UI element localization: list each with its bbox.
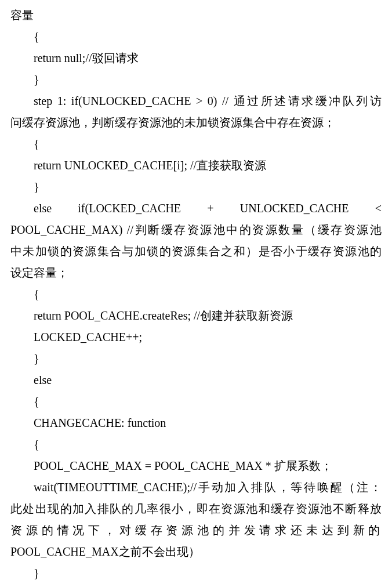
code-text: if(LOCKED_CACHE <box>78 202 181 215</box>
brace: { <box>10 133 382 155</box>
brace: } <box>10 563 382 580</box>
text-line: 中未加锁的资源集合与加锁的资源集合之和）是否小于缓存资源池的 <box>10 241 382 262</box>
text-line: 资源的情况下，对缓存资源池的并发请求还未达到新的 <box>10 520 382 541</box>
brace: } <box>10 176 382 198</box>
keyword-else: else <box>34 202 52 215</box>
comment-text: 通过所述请求缓冲队列访 <box>234 95 382 107</box>
brace: } <box>10 348 382 369</box>
comment-text: 驳回请求 <box>92 52 139 64</box>
code-text: wait(TIMEOUTTIME_CACHE);// <box>34 481 197 494</box>
code-text: POOL_CACHE_MAX) // <box>10 223 133 236</box>
operator: < <box>375 202 382 215</box>
code-line: else if(LOCKED_CACHE + UNLOCKED_CACHE < <box>10 198 382 219</box>
comment-text: 创建并获取新资源 <box>200 309 293 322</box>
comment-text: 扩展系数； <box>274 459 332 472</box>
brace: { <box>10 26 382 48</box>
text-line: 设定容量； <box>10 262 382 284</box>
code-line: return UNLOCKED_CACHE[i]; //直接获取资源 <box>10 155 382 176</box>
text-line: 此处出现的加入排队的几率很小，即在资源池和缓存资源池不断释放 <box>10 498 382 520</box>
comment-text: 资源的情况下，对缓存资源池的并发请求还未达到新的 <box>10 524 382 536</box>
code-text: POOL_CACHE_MAX <box>10 545 119 558</box>
code-text: return POOL_CACHE.createRes; // <box>34 309 200 322</box>
text-line: 容量 <box>10 5 382 26</box>
code-line: return POOL_CACHE.createRes; //创建并获取新资源 <box>10 305 382 327</box>
code-line: POOL_CACHE_MAX之前不会出现） <box>10 541 382 563</box>
brace: { <box>10 284 382 305</box>
brace: } <box>10 69 382 90</box>
comment-text: 之前不会出现） <box>119 545 200 558</box>
code-line: POOL_CACHE_MAX = POOL_CACHE_MAX * 扩展系数； <box>10 455 382 477</box>
code-line: CHANGECACHE: function <box>10 412 382 434</box>
comment-text: 直接获取资源 <box>197 159 266 172</box>
code-text: return null;// <box>34 52 92 64</box>
code-text: UNLOCKED_CACHE <box>240 202 349 215</box>
comment-text: 手动加入排队，等待唤醒（注： <box>197 481 382 494</box>
text-line: 问缓存资源池，判断缓存资源池的未加锁资源集合中存在资源； <box>10 112 382 133</box>
code-text: return UNLOCKED_CACHE[i]; // <box>34 159 197 172</box>
brace: { <box>10 434 382 455</box>
document-body: 容量 { return null;//驳回请求 } step 1: if(UNL… <box>10 5 382 580</box>
comment-text: 判断缓存资源池中的资源数量（缓存资源池 <box>133 223 382 236</box>
operator: + <box>207 202 213 215</box>
code-text: POOL_CACHE_MAX = POOL_CACHE_MAX * <box>34 459 274 472</box>
code-line: POOL_CACHE_MAX) //判断缓存资源池中的资源数量（缓存资源池 <box>10 219 382 241</box>
keyword-else: else <box>10 369 382 391</box>
code-text: step 1: if(UNLOCKED_CACHE > 0) // <box>34 95 234 107</box>
code-line: LOCKED_CACHE++; <box>10 327 382 348</box>
brace: { <box>10 391 382 412</box>
code-line: step 1: if(UNLOCKED_CACHE > 0) // 通过所述请求… <box>10 90 382 112</box>
code-line: return null;//驳回请求 <box>10 48 382 69</box>
code-line: wait(TIMEOUTTIME_CACHE);//手动加入排队，等待唤醒（注： <box>10 477 382 498</box>
